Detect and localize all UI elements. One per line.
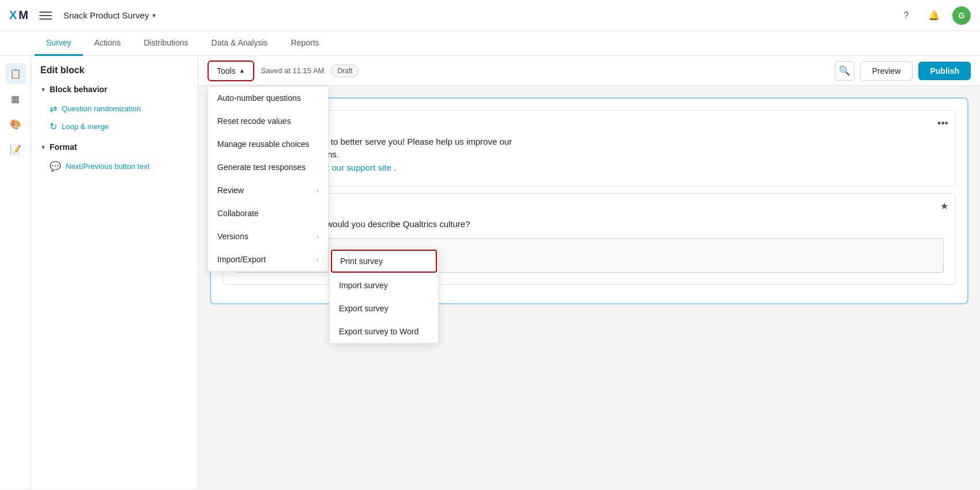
intro-text: {FirstName}, giving us the opportunity t… <box>235 122 944 174</box>
collaborate-item[interactable]: Collaborate <box>208 202 328 225</box>
button-text-icon: 💬 <box>50 161 61 172</box>
block-behavior-label: Block behavior <box>50 85 107 94</box>
print-survey-label: Print survey <box>340 257 383 266</box>
import-export-label: Import/Export <box>217 255 266 264</box>
survey-title-area[interactable]: Snack Product Survey ▾ <box>63 10 156 20</box>
xm-logo[interactable]: XM <box>9 9 28 22</box>
auto-number-item[interactable]: Auto-number questions <box>208 86 328 110</box>
required-star: ★ <box>940 201 948 212</box>
toolbar: Tools ▲ Saved at 11:15 AM Draft 🔍 Previe… <box>198 56 980 86</box>
tab-actions[interactable]: Actions <box>83 31 133 56</box>
tab-distributions[interactable]: Distributions <box>133 31 200 56</box>
randomize-icon: ⇄ <box>50 103 57 114</box>
saved-status: Saved at 11:15 AM <box>261 66 325 75</box>
avatar[interactable]: G <box>952 6 971 25</box>
versions-item[interactable]: Versions › <box>208 225 328 248</box>
review-item[interactable]: Review › <box>208 179 328 202</box>
collaborate-label: Collaborate <box>217 209 259 218</box>
export-survey-item[interactable]: Export survey <box>330 297 438 320</box>
format-label: Format <box>50 142 77 152</box>
section-divider <box>40 135 189 142</box>
import-survey-item[interactable]: Import survey <box>330 274 438 297</box>
intro-card: ••• {FirstName}, giving us the opportuni… <box>223 110 956 186</box>
main-tabs: Survey Actions Distributions Data & Anal… <box>0 31 980 56</box>
block-behavior-arrow: ▼ <box>40 86 46 93</box>
main-content: Tools ▲ Saved at 11:15 AM Draft 🔍 Previe… <box>198 56 980 489</box>
loop-merge-label: Loop & merge <box>62 122 109 131</box>
export-survey-label: Export survey <box>339 304 389 313</box>
import-export-arrow: › <box>316 256 319 263</box>
generate-test-item[interactable]: Generate test responses <box>208 156 328 179</box>
sidebar-form-icon[interactable]: 📝 <box>5 139 26 160</box>
versions-label: Versions <box>217 232 248 241</box>
logo-x: X <box>9 9 16 22</box>
sidebar-survey-icon[interactable]: 📋 <box>5 63 26 84</box>
q1-label: Q1 <box>235 205 944 213</box>
print-survey-item[interactable]: Print survey <box>331 250 437 273</box>
review-arrow: › <box>316 187 319 194</box>
search-button[interactable]: 🔍 <box>835 61 854 81</box>
auto-number-label: Auto-number questions <box>217 93 301 103</box>
format-header[interactable]: ▼ Format <box>40 142 189 152</box>
support-site-link[interactable]: our support site <box>331 163 391 172</box>
format-arrow: ▼ <box>40 144 46 150</box>
toolbar-right: 🔍 Preview Publish <box>835 61 971 81</box>
top-right: ? 🔔 G <box>897 6 971 25</box>
tab-data-analysis[interactable]: Data & Analysis <box>200 31 280 56</box>
versions-arrow: › <box>316 233 319 240</box>
next-prev-button-item[interactable]: 💬 Next/Previous button text <box>40 157 189 175</box>
survey-title: Snack Product Survey <box>63 10 149 20</box>
reset-recode-label: Reset recode values <box>217 116 291 126</box>
generate-test-label: Generate test responses <box>217 163 306 172</box>
loop-icon: ↻ <box>50 121 57 132</box>
draft-badge: Draft <box>331 65 359 77</box>
top-bar: XM Snack Product Survey ▾ ? 🔔 G <box>0 0 980 31</box>
manage-choices-item[interactable]: Manage reusable choices <box>208 133 328 156</box>
import-survey-label: Import survey <box>339 281 388 290</box>
tools-label: Tools <box>217 66 236 76</box>
left-panel: Edit block ▼ Block behavior ⇄ Question r… <box>31 56 198 489</box>
sidebar-paint-icon[interactable]: 🎨 <box>5 114 26 134</box>
tools-button[interactable]: Tools ▲ <box>208 61 254 81</box>
intro-period: . <box>394 163 396 172</box>
reset-recode-item[interactable]: Reset recode values <box>208 110 328 133</box>
export-to-word-label: Export survey to Word <box>339 327 419 336</box>
q1-text: In just one phrase, how would you descri… <box>235 218 944 231</box>
help-button[interactable]: ? <box>897 6 915 25</box>
review-label: Review <box>217 186 244 195</box>
import-export-container: Import/Export › Print survey Import surv… <box>208 248 328 271</box>
tools-chevron: ▲ <box>239 67 245 74</box>
logo-m: M <box>18 9 28 22</box>
tab-reports[interactable]: Reports <box>280 31 331 56</box>
left-panel-title: Edit block <box>40 65 189 76</box>
import-export-item[interactable]: Import/Export › <box>208 248 328 271</box>
next-prev-button-label: Next/Previous button text <box>66 162 149 171</box>
notifications-button[interactable]: 🔔 <box>925 6 943 25</box>
body-layout: 📋 ▦ 🎨 📝 Edit block ▼ Block behavior ⇄ Qu… <box>0 56 980 489</box>
question-randomization-label: Question randomization <box>62 104 141 113</box>
sidebar-layout-icon[interactable]: ▦ <box>5 88 26 109</box>
more-button[interactable]: ••• <box>937 118 948 130</box>
icon-sidebar: 📋 ▦ 🎨 📝 <box>0 56 31 489</box>
export-to-word-item[interactable]: Export survey to Word <box>330 320 438 343</box>
publish-button[interactable]: Publish <box>918 62 971 80</box>
tab-survey[interactable]: Survey <box>35 31 83 56</box>
question-randomization-item[interactable]: ⇄ Question randomization <box>40 100 189 118</box>
loop-merge-item[interactable]: ↻ Loop & merge <box>40 118 189 135</box>
tools-dropdown: Auto-number questions Reset recode value… <box>208 86 329 272</box>
block-behavior-header[interactable]: ▼ Block behavior <box>40 85 189 94</box>
import-export-submenu: Print survey Import survey Export survey… <box>329 248 439 344</box>
survey-title-chevron: ▾ <box>152 12 156 20</box>
hamburger-button[interactable] <box>37 7 54 24</box>
preview-button[interactable]: Preview <box>860 61 913 81</box>
manage-choices-label: Manage reusable choices <box>217 140 310 149</box>
